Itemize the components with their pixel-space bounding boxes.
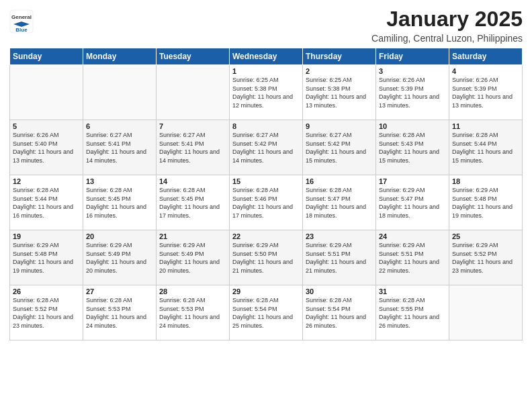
- month-title: January 2025: [371, 7, 523, 32]
- table-row: [157, 65, 230, 120]
- title-block: January 2025 Camiling, Central Luzon, Ph…: [371, 7, 523, 44]
- table-row: 28Sunrise: 6:28 AMSunset: 5:53 PMDayligh…: [157, 285, 230, 340]
- day-number: 8: [232, 122, 300, 130]
- table-row: 2Sunrise: 6:25 AMSunset: 5:38 PMDaylight…: [303, 65, 376, 120]
- day-number: 10: [379, 122, 446, 130]
- table-row: 26Sunrise: 6:28 AMSunset: 5:52 PMDayligh…: [10, 285, 83, 340]
- day-number: 27: [86, 287, 153, 295]
- table-row: 19Sunrise: 6:29 AMSunset: 5:48 PMDayligh…: [10, 230, 83, 285]
- day-number: 3: [379, 67, 446, 75]
- table-row: 5Sunrise: 6:26 AMSunset: 5:40 PMDaylight…: [10, 120, 83, 175]
- day-info: Sunrise: 6:28 AMSunset: 5:53 PMDaylight:…: [159, 296, 226, 330]
- table-row: 7Sunrise: 6:27 AMSunset: 5:41 PMDaylight…: [157, 120, 230, 175]
- day-info: Sunrise: 6:28 AMSunset: 5:54 PMDaylight:…: [306, 296, 373, 330]
- col-thursday: Thursday: [303, 48, 376, 65]
- day-number: 13: [86, 177, 153, 185]
- table-row: 17Sunrise: 6:29 AMSunset: 5:47 PMDayligh…: [376, 175, 449, 230]
- day-number: 21: [159, 232, 226, 240]
- col-wednesday: Wednesday: [230, 48, 303, 65]
- day-info: Sunrise: 6:26 AMSunset: 5:40 PMDaylight:…: [13, 131, 80, 165]
- location-title: Camiling, Central Luzon, Philippines: [371, 33, 523, 44]
- svg-text:Blue: Blue: [15, 27, 28, 33]
- day-info: Sunrise: 6:28 AMSunset: 5:53 PMDaylight:…: [86, 296, 153, 330]
- day-number: 12: [13, 177, 80, 185]
- day-number: 29: [232, 287, 300, 295]
- table-row: [10, 65, 83, 120]
- day-number: 7: [159, 122, 226, 130]
- day-info: Sunrise: 6:28 AMSunset: 5:52 PMDaylight:…: [13, 296, 80, 330]
- day-info: Sunrise: 6:29 AMSunset: 5:50 PMDaylight:…: [232, 241, 300, 275]
- day-info: Sunrise: 6:27 AMSunset: 5:41 PMDaylight:…: [86, 131, 153, 165]
- calendar-week-row: 1Sunrise: 6:25 AMSunset: 5:38 PMDaylight…: [10, 65, 523, 120]
- day-number: 17: [379, 177, 446, 185]
- table-row: 21Sunrise: 6:29 AMSunset: 5:49 PMDayligh…: [157, 230, 230, 285]
- table-row: 11Sunrise: 6:28 AMSunset: 5:44 PMDayligh…: [449, 120, 523, 175]
- day-number: 4: [452, 67, 519, 75]
- col-tuesday: Tuesday: [157, 48, 230, 65]
- day-info: Sunrise: 6:29 AMSunset: 5:47 PMDaylight:…: [379, 186, 446, 220]
- logo-icon: General Blue: [9, 9, 34, 34]
- day-info: Sunrise: 6:29 AMSunset: 5:49 PMDaylight:…: [86, 241, 153, 275]
- day-info: Sunrise: 6:29 AMSunset: 5:49 PMDaylight:…: [159, 241, 226, 275]
- calendar-table: Sunday Monday Tuesday Wednesday Thursday…: [9, 48, 523, 340]
- table-row: 25Sunrise: 6:29 AMSunset: 5:52 PMDayligh…: [449, 230, 523, 285]
- day-number: 18: [452, 177, 519, 185]
- day-info: Sunrise: 6:27 AMSunset: 5:42 PMDaylight:…: [232, 131, 300, 165]
- table-row: 9Sunrise: 6:27 AMSunset: 5:42 PMDaylight…: [303, 120, 376, 175]
- day-number: 26: [13, 287, 80, 295]
- day-number: 30: [306, 287, 373, 295]
- day-info: Sunrise: 6:25 AMSunset: 5:38 PMDaylight:…: [306, 76, 373, 109]
- day-info: Sunrise: 6:26 AMSunset: 5:39 PMDaylight:…: [452, 76, 519, 109]
- day-info: Sunrise: 6:26 AMSunset: 5:39 PMDaylight:…: [379, 76, 446, 109]
- table-row: 1Sunrise: 6:25 AMSunset: 5:38 PMDaylight…: [230, 65, 303, 120]
- day-number: 19: [13, 232, 80, 240]
- table-row: 13Sunrise: 6:28 AMSunset: 5:45 PMDayligh…: [83, 175, 157, 230]
- day-number: 2: [306, 67, 373, 75]
- day-number: 6: [86, 122, 153, 130]
- table-row: 30Sunrise: 6:28 AMSunset: 5:54 PMDayligh…: [303, 285, 376, 340]
- logo: General Blue: [9, 9, 34, 34]
- day-info: Sunrise: 6:29 AMSunset: 5:48 PMDaylight:…: [13, 241, 80, 275]
- table-row: 22Sunrise: 6:29 AMSunset: 5:50 PMDayligh…: [230, 230, 303, 285]
- day-info: Sunrise: 6:28 AMSunset: 5:55 PMDaylight:…: [379, 296, 446, 330]
- table-row: 15Sunrise: 6:28 AMSunset: 5:46 PMDayligh…: [230, 175, 303, 230]
- day-number: 9: [306, 122, 373, 130]
- table-row: 3Sunrise: 6:26 AMSunset: 5:39 PMDaylight…: [376, 65, 449, 120]
- day-number: 11: [452, 122, 519, 130]
- table-row: 29Sunrise: 6:28 AMSunset: 5:54 PMDayligh…: [230, 285, 303, 340]
- day-number: 15: [232, 177, 300, 185]
- table-row: 8Sunrise: 6:27 AMSunset: 5:42 PMDaylight…: [230, 120, 303, 175]
- day-info: Sunrise: 6:28 AMSunset: 5:54 PMDaylight:…: [232, 296, 300, 330]
- day-info: Sunrise: 6:29 AMSunset: 5:51 PMDaylight:…: [379, 241, 446, 275]
- calendar-week-row: 12Sunrise: 6:28 AMSunset: 5:44 PMDayligh…: [10, 175, 523, 230]
- day-info: Sunrise: 6:28 AMSunset: 5:47 PMDaylight:…: [306, 186, 373, 220]
- table-row: 4Sunrise: 6:26 AMSunset: 5:39 PMDaylight…: [449, 65, 523, 120]
- table-row: 18Sunrise: 6:29 AMSunset: 5:48 PMDayligh…: [449, 175, 523, 230]
- day-info: Sunrise: 6:27 AMSunset: 5:41 PMDaylight:…: [159, 131, 226, 165]
- col-saturday: Saturday: [449, 48, 523, 65]
- calendar-header-row: Sunday Monday Tuesday Wednesday Thursday…: [10, 48, 523, 65]
- table-row: 20Sunrise: 6:29 AMSunset: 5:49 PMDayligh…: [83, 230, 157, 285]
- table-row: 14Sunrise: 6:28 AMSunset: 5:45 PMDayligh…: [157, 175, 230, 230]
- table-row: 27Sunrise: 6:28 AMSunset: 5:53 PMDayligh…: [83, 285, 157, 340]
- page: General Blue January 2025 Camiling, Cent…: [0, 0, 532, 411]
- col-friday: Friday: [376, 48, 449, 65]
- calendar-week-row: 26Sunrise: 6:28 AMSunset: 5:52 PMDayligh…: [10, 285, 523, 340]
- day-info: Sunrise: 6:29 AMSunset: 5:51 PMDaylight:…: [306, 241, 373, 275]
- table-row: 31Sunrise: 6:28 AMSunset: 5:55 PMDayligh…: [376, 285, 449, 340]
- col-sunday: Sunday: [10, 48, 83, 65]
- day-info: Sunrise: 6:28 AMSunset: 5:44 PMDaylight:…: [13, 186, 80, 220]
- day-number: 24: [379, 232, 446, 240]
- table-row: [449, 285, 523, 340]
- day-number: 23: [306, 232, 373, 240]
- day-info: Sunrise: 6:29 AMSunset: 5:52 PMDaylight:…: [452, 241, 519, 275]
- day-number: 16: [306, 177, 373, 185]
- header: General Blue January 2025 Camiling, Cent…: [9, 7, 523, 44]
- table-row: [83, 65, 157, 120]
- day-info: Sunrise: 6:28 AMSunset: 5:46 PMDaylight:…: [232, 186, 300, 220]
- day-info: Sunrise: 6:28 AMSunset: 5:44 PMDaylight:…: [452, 131, 519, 165]
- table-row: 24Sunrise: 6:29 AMSunset: 5:51 PMDayligh…: [376, 230, 449, 285]
- calendar-week-row: 5Sunrise: 6:26 AMSunset: 5:40 PMDaylight…: [10, 120, 523, 175]
- day-number: 28: [159, 287, 226, 295]
- day-number: 31: [379, 287, 446, 295]
